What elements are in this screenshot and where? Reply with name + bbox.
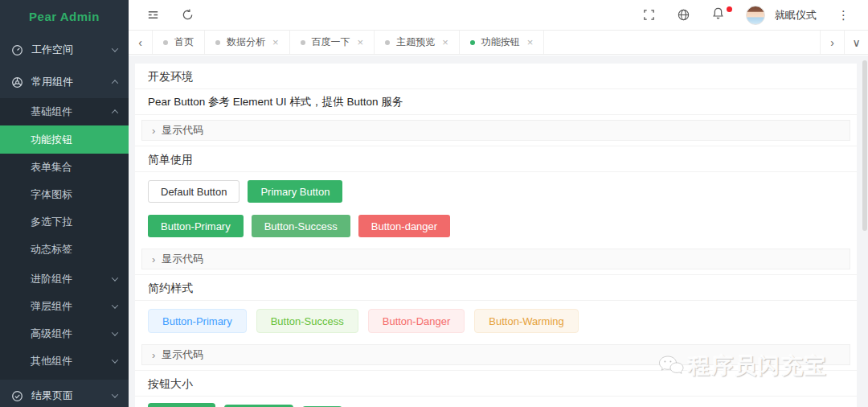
fullscreen-icon[interactable]	[642, 8, 656, 22]
section-title-simple-use: 简单使用	[135, 146, 857, 172]
bell-icon	[711, 6, 725, 20]
sidebar: Pear Admin 工作空间 常用组件 基础组件 功能按钮	[0, 0, 129, 407]
default-button[interactable]: Default Button	[148, 180, 240, 203]
plain-button-warming[interactable]: Button-Warming	[474, 309, 578, 333]
button-success[interactable]: Button-Success	[252, 215, 350, 237]
tab-home[interactable]: 首页	[153, 31, 205, 54]
size-button-row	[135, 397, 857, 407]
close-icon[interactable]: ×	[442, 37, 448, 47]
chevron-up-icon	[112, 80, 118, 86]
tab-function-buttons[interactable]: 功能按钮 ×	[460, 31, 545, 54]
show-code-toggle[interactable]: › 显示代码	[141, 344, 850, 365]
notification-dot	[727, 6, 732, 12]
sidebar-item-label: 结果页面	[31, 388, 113, 403]
close-icon[interactable]: ×	[272, 37, 279, 47]
button-primary[interactable]: Button-Primary	[148, 215, 244, 237]
size-button-large[interactable]	[148, 403, 215, 407]
code-collapse-wrap: › 显示代码	[135, 115, 857, 146]
sidebar-item-font-icons[interactable]: 字体图标	[0, 181, 129, 208]
sidebar-item-basic-components[interactable]: 基础组件	[0, 98, 129, 125]
plain-button-row: Button-Primary Button-Success Button-Dan…	[148, 309, 844, 333]
section-title-button-size: 按钮大小	[135, 371, 857, 397]
sidebar-item-label: 弹层组件	[31, 299, 113, 314]
close-icon[interactable]: ×	[527, 37, 534, 47]
sidebar-item-label: 基础组件	[31, 105, 113, 119]
sidebar-item-senior-components[interactable]: 高级组件	[0, 320, 129, 347]
chevron-down-icon	[112, 356, 118, 363]
chevron-right-icon: ›	[152, 253, 155, 265]
simple-use-body: Default Button Primary Button Button-Pri…	[135, 172, 857, 244]
sidebar-item-label: 其他组件	[31, 354, 113, 368]
sidebar-item-common-components[interactable]: 常用组件	[0, 66, 129, 98]
sidebar-item-dynamic-tags[interactable]: 动态标签	[0, 236, 129, 263]
plain-button-success[interactable]: Button-Success	[256, 309, 358, 333]
plain-button-danger[interactable]: Button-Danger	[368, 309, 465, 333]
sidebar-submenu: 基础组件 功能按钮 表单集合 字体图标 多选下拉 动态标签 进阶组件	[0, 98, 129, 380]
close-icon[interactable]: ×	[358, 37, 364, 47]
refresh-icon[interactable]	[181, 8, 194, 22]
sidebar-item-label: 工作空间	[31, 43, 113, 57]
top-header: 就眠仪式 ⋮	[129, 0, 868, 31]
sidebar-item-multi-select[interactable]: 多选下拉	[0, 208, 129, 236]
tabs-menu-icon[interactable]: ∨	[844, 31, 868, 54]
tab-bar: ‹ 首页 数据分析 × 百度一下 × 主题预览 × 功	[129, 31, 868, 55]
tabbar-spacer	[544, 31, 820, 54]
sidebar-item-function-buttons[interactable]: 功能按钮	[0, 125, 129, 154]
more-menu-icon[interactable]: ⋮	[837, 8, 850, 23]
chevron-up-icon	[112, 109, 118, 116]
tab-dot	[385, 40, 390, 45]
user-name[interactable]: 就眠仪式	[775, 8, 817, 23]
show-code-label: 显示代码	[162, 123, 203, 138]
tab-theme-preview[interactable]: 主题预览 ×	[375, 31, 460, 54]
tab-dot	[301, 40, 305, 45]
show-code-label: 显示代码	[162, 347, 203, 362]
show-code-toggle[interactable]: › 显示代码	[141, 249, 850, 269]
sidebar-item-label: 多选下拉	[31, 215, 117, 229]
collapse-menu-icon[interactable]	[146, 8, 160, 22]
plain-button-primary[interactable]: Button-Primary	[148, 309, 247, 333]
tab-data-analysis[interactable]: 数据分析 ×	[205, 31, 290, 54]
tab-baidu[interactable]: 百度一下 ×	[290, 31, 375, 54]
content-area: 开发环境 Pear Button 参考 Element UI 样式，提供 But…	[129, 56, 868, 407]
app-logo[interactable]: Pear Admin	[0, 0, 129, 34]
tabs-scroll-left-icon[interactable]: ‹	[129, 31, 153, 54]
button-danger[interactable]: Button-danger	[358, 215, 450, 237]
sidebar-item-result-pages[interactable]: 结果页面	[0, 380, 129, 407]
section-title-plain-style: 简约样式	[135, 275, 857, 301]
pear-admin-app: Pear Admin 工作空间 常用组件 基础组件 功能按钮	[0, 0, 868, 407]
sidebar-item-label: 常用组件	[31, 75, 113, 89]
show-code-toggle[interactable]: › 显示代码	[141, 120, 850, 141]
dashboard-icon	[11, 44, 23, 56]
tab-label: 数据分析	[227, 35, 265, 49]
user-avatar[interactable]	[746, 6, 765, 25]
chevron-right-icon: ›	[152, 349, 155, 361]
chevron-down-icon	[112, 329, 118, 335]
primary-button[interactable]: Primary Button	[248, 180, 342, 203]
sidebar-item-workspace[interactable]: 工作空间	[0, 34, 129, 66]
notification-bell[interactable]	[711, 6, 725, 23]
tab-dot	[470, 40, 475, 45]
chevron-down-icon	[112, 302, 118, 308]
tabs-scroll-right-icon[interactable]: ›	[820, 31, 844, 54]
vertical-scrollbar[interactable]	[862, 60, 867, 231]
sidebar-item-advanced-step[interactable]: 进阶组件	[0, 265, 129, 293]
main-area: 就眠仪式 ⋮ ‹ 首页 数据分析 × 百度一下 × 主题预	[129, 0, 868, 407]
sidebar-item-label: 高级组件	[31, 327, 113, 341]
sidebar-item-form-collection[interactable]: 表单集合	[0, 154, 129, 181]
button-row-1: Default Button Primary Button	[148, 180, 844, 203]
button-demo-card: 开发环境 Pear Button 参考 Element UI 样式，提供 But…	[135, 64, 857, 407]
tab-label: 功能按钮	[481, 35, 520, 49]
globe-language-icon[interactable]	[677, 8, 690, 22]
sidebar-item-popup-components[interactable]: 弹层组件	[0, 293, 129, 320]
section-title-dev-env: 开发环境	[135, 64, 857, 89]
sidebar-item-other-components[interactable]: 其他组件	[0, 347, 129, 375]
plain-style-body: Button-Primary Button-Success Button-Dan…	[135, 301, 857, 339]
tab-dot	[215, 40, 220, 45]
chevron-right-icon: ›	[152, 125, 155, 137]
chevron-down-icon	[112, 274, 118, 281]
sidebar-item-label: 表单集合	[31, 160, 117, 175]
header-right-controls: 就眠仪式 ⋮	[642, 6, 850, 25]
chevron-down-icon	[112, 45, 118, 51]
sidebar-item-label: 功能按钮	[31, 133, 117, 147]
button-row-2: Button-Primary Button-Success Button-dan…	[148, 215, 844, 237]
